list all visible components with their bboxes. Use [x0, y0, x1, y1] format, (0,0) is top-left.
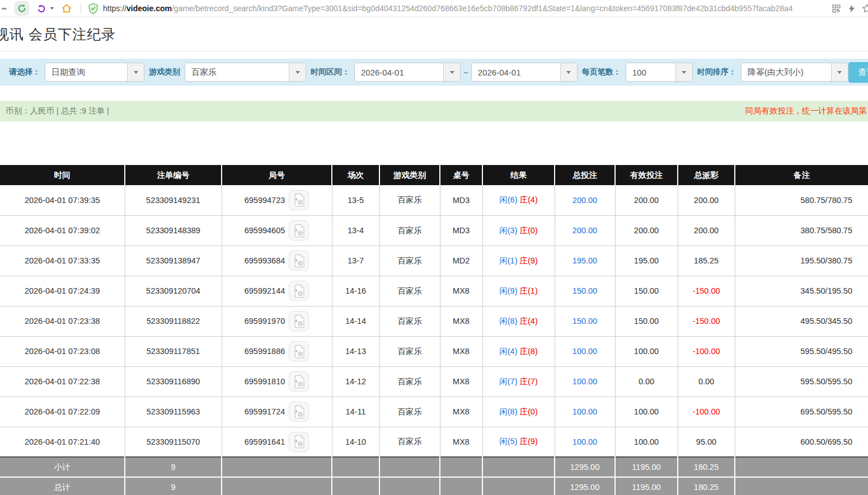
video-replay-button[interactable] — [289, 220, 309, 241]
chevron-down-icon[interactable] — [443, 63, 460, 81]
filter-bar: 请选择： 日期查询 游戏类别 百家乐 时间区间： 2026-04-01 ~ 20… — [0, 59, 868, 86]
cell-round: 695991970 — [222, 306, 332, 336]
total-payout: 180.25 — [678, 477, 735, 495]
url-path: /game/betrecord_search/kind3?GameType=30… — [172, 4, 793, 13]
cell-valid-bet: 100.00 — [615, 397, 678, 427]
sort-select[interactable]: 降幂(由大到小) — [741, 63, 848, 82]
table-row: 2026-04-01 07:23:38 523309118822 6959919… — [0, 306, 868, 336]
qr-code-icon[interactable] — [832, 4, 841, 13]
home-button[interactable] — [59, 1, 74, 16]
total-bet-link[interactable]: 100.00 — [573, 407, 597, 416]
cell-round: 695991724 — [222, 397, 332, 427]
cell-valid-bet: 200.00 — [615, 215, 678, 246]
video-replay-button[interactable] — [289, 341, 309, 361]
query-type-select[interactable]: 日期查询 — [45, 63, 144, 82]
cell-session: 14-16 — [332, 276, 379, 306]
chevron-down-icon[interactable] — [560, 63, 577, 81]
total-bet-link[interactable]: 150.00 — [573, 286, 597, 295]
cell-bet-id: 523309115070 — [125, 427, 222, 457]
url-bar[interactable]: https://videoie.com/game/betrecord_searc… — [103, 4, 793, 13]
total-bet-link[interactable]: 100.00 — [573, 347, 597, 356]
cell-remark: 345.50/195.50 — [735, 276, 868, 306]
cell-game-type: 百家乐 — [379, 306, 440, 336]
total-bet-link[interactable]: 100.00 — [573, 437, 597, 446]
flash-icon[interactable] — [847, 4, 856, 13]
header-session: 场次 — [332, 165, 379, 185]
date-from-select[interactable]: 2026-04-01 — [354, 63, 461, 82]
cell-time: 2026-04-01 07:21:40 — [0, 427, 125, 457]
video-file-icon — [293, 254, 305, 268]
player-result: 闲(9) — [499, 286, 517, 295]
cell-valid-bet: 150.00 — [615, 276, 678, 306]
subtotal-valid-bet: 1195.00 — [615, 457, 678, 477]
date-to-select[interactable]: 2026-04-01 — [471, 63, 578, 82]
video-file-icon — [293, 345, 305, 359]
chevron-down-icon[interactable] — [831, 63, 848, 81]
cell-payout: 200.00 — [678, 215, 735, 246]
video-replay-button[interactable] — [289, 281, 309, 301]
video-file-icon — [293, 224, 305, 238]
video-replay-button[interactable] — [289, 402, 309, 422]
video-replay-button[interactable] — [289, 190, 309, 210]
game-type-select[interactable]: 百家乐 — [185, 63, 306, 82]
chevron-down-icon[interactable] — [127, 63, 144, 81]
undo-button[interactable] — [34, 1, 48, 16]
title-section: 视讯 会员下注纪录 — [0, 17, 868, 51]
cell-round: 695991810 — [222, 366, 332, 397]
chevron-down-icon[interactable] — [289, 63, 306, 81]
summary-text: 币别：人民币 | 总共 :9 注单 | — [6, 106, 109, 116]
header-payout: 总派彩 — [678, 165, 735, 185]
cell-payout: -150.00 — [678, 306, 735, 336]
search-button[interactable]: 查询 — [848, 62, 868, 83]
total-bet-link[interactable]: 100.00 — [573, 377, 597, 386]
back-icon — [2, 8, 7, 10]
chevron-down-icon[interactable] — [675, 63, 692, 81]
cell-game-type: 百家乐 — [379, 276, 440, 306]
cell-table-no: MD3 — [440, 215, 482, 246]
cell-result: 闲(6)庄(4) — [482, 185, 555, 215]
bet-record-table: 时间 注单编号 局号 场次 游戏类别 桌号 结果 总投注 有效投注 总派彩 备注… — [0, 165, 868, 495]
header-valid-bet: 有效投注 — [615, 165, 678, 185]
video-replay-button[interactable] — [289, 251, 309, 271]
reload-button[interactable] — [15, 1, 29, 16]
subtotal-count: 9 — [125, 457, 222, 477]
total-bet-link[interactable]: 195.00 — [573, 256, 597, 265]
undo-menu-caret[interactable] — [50, 7, 54, 10]
video-file-icon — [293, 435, 305, 449]
video-replay-button[interactable] — [289, 371, 309, 392]
total-bet-link[interactable]: 200.00 — [573, 196, 597, 205]
cell-result: 闲(9)庄(1) — [482, 276, 555, 306]
shield-icon[interactable] — [88, 3, 98, 15]
reload-icon — [17, 3, 27, 13]
header-result: 结果 — [482, 165, 555, 185]
cell-time: 2026-04-01 07:22:09 — [0, 397, 125, 427]
cell-time: 2026-04-01 07:39:35 — [0, 185, 125, 215]
cell-payout: 185.25 — [678, 246, 735, 276]
cell-remark: 380.75/580.75 — [735, 215, 868, 246]
cell-bet-id: 523309148389 — [125, 215, 222, 246]
banker-result: 庄(0) — [520, 226, 538, 235]
player-result: 闲(4) — [499, 347, 517, 356]
star-icon[interactable] — [862, 3, 868, 13]
cell-game-type: 百家乐 — [379, 397, 440, 427]
cell-round: 695991886 — [222, 336, 332, 366]
cell-time: 2026-04-01 07:24:39 — [0, 276, 125, 306]
total-bet-link[interactable]: 150.00 — [573, 317, 597, 326]
page-size-select[interactable]: 100 — [626, 63, 693, 82]
cell-bet-id: 523309117851 — [125, 336, 222, 366]
cell-total-bet: 100.00 — [555, 427, 615, 457]
video-replay-button[interactable] — [289, 311, 309, 331]
total-bet-link[interactable]: 200.00 — [573, 226, 597, 235]
toolbar-right-icons — [832, 3, 868, 13]
cell-result: 闲(8)庄(0) — [482, 397, 555, 427]
cell-total-bet: 150.00 — [555, 306, 615, 336]
table-row: 2026-04-01 07:22:09 523309115963 6959917… — [0, 397, 868, 427]
video-replay-button[interactable] — [289, 432, 309, 452]
cell-round: 695994723 — [222, 185, 332, 215]
cell-total-bet: 100.00 — [555, 366, 615, 397]
player-result: 闲(6) — [499, 195, 517, 204]
cell-result: 闲(8)庄(4) — [482, 306, 555, 336]
cell-total-bet: 195.00 — [555, 246, 615, 276]
header-total-bet: 总投注 — [555, 165, 615, 185]
banker-result: 庄(7) — [520, 377, 538, 386]
